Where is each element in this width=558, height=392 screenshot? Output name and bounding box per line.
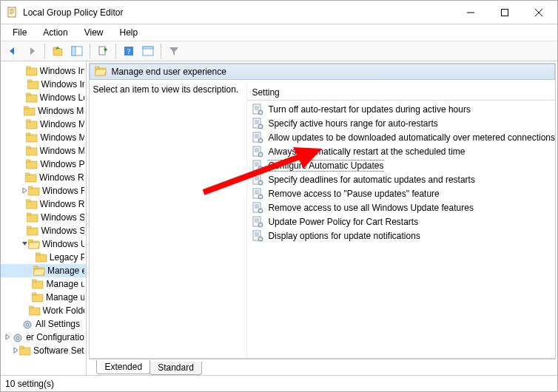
svg-point-105 (260, 196, 261, 197)
folder-icon (26, 119, 38, 129)
chevron-right-icon[interactable] (13, 346, 19, 355)
tab-standard[interactable]: Standard (149, 362, 202, 375)
properties-button[interactable] (139, 42, 157, 60)
list-item-label: Specify deadlines for automatic updates … (268, 175, 475, 185)
tree-item-label: Legacy Policies (50, 252, 85, 263)
tree-item[interactable]: Software Settings (1, 344, 86, 357)
svg-text:?: ? (127, 47, 131, 55)
tree-item[interactable]: Manage updates offered from Windows Serv… (1, 291, 86, 304)
tree-item[interactable]: Work Folders (1, 304, 86, 317)
navigation-tree[interactable]: Windows Ink WorkspaceWindows InstallerWi… (1, 61, 87, 375)
list-item[interactable]: Allow updates to be downloaded automatic… (247, 130, 555, 144)
menu-view[interactable]: View (77, 26, 111, 39)
tree-item[interactable]: Windows Logon Options (1, 91, 86, 104)
list-item[interactable]: Specify active hours range for auto-rest… (247, 116, 555, 130)
svg-point-59 (16, 337, 19, 339)
tree-item[interactable]: Windows Sandbox (1, 211, 86, 224)
tree-item-label: Manage end user experience (47, 266, 85, 276)
tree-item-label: Windows Mobility Center (40, 146, 85, 156)
svg-rect-50 (32, 281, 43, 288)
svg-point-123 (260, 238, 261, 240)
list-item[interactable]: Specify deadlines for automatic updates … (247, 172, 555, 186)
help-button[interactable]: ? (120, 42, 138, 60)
policy-icon (252, 216, 263, 228)
chevron-right-icon[interactable] (21, 186, 28, 195)
toolbar-separator (90, 44, 90, 58)
tab-extended[interactable]: Extended (96, 360, 150, 374)
content-header: Manage end user experience (90, 64, 555, 80)
folder-icon (29, 305, 41, 316)
list-item-label: Turn off auto-restart for updates during… (268, 104, 470, 115)
maximize-button[interactable] (488, 1, 522, 24)
svg-rect-40 (27, 214, 38, 222)
tree-item[interactable]: Windows Media Digital Rights Management (1, 104, 86, 118)
tree-item[interactable]: Windows Security (1, 224, 86, 237)
tree-item[interactable]: All Settings (1, 317, 86, 331)
tree-item[interactable]: Windows Messenger (1, 131, 86, 144)
tree-item[interactable]: Windows PowerShell (1, 158, 86, 171)
tree-item-label: Windows Messenger (40, 132, 84, 143)
tree-item[interactable]: Windows Mobility Center (1, 144, 86, 158)
menu-action[interactable]: Action (36, 26, 75, 39)
show-hide-tree-button[interactable] (68, 42, 86, 60)
list-item[interactable]: Remove access to use all Windows Update … (247, 200, 555, 214)
svg-rect-61 (19, 346, 24, 348)
forward-button[interactable] (23, 42, 41, 60)
list-item[interactable]: Display options for update notifications (247, 229, 555, 243)
list-item-label: Configure Automatic Updates (268, 160, 383, 172)
list-item[interactable]: Configure Automatic Updates (247, 158, 555, 172)
chevron-down-icon[interactable] (21, 240, 28, 249)
svg-rect-31 (26, 146, 30, 149)
svg-rect-18 (26, 68, 37, 75)
back-button[interactable] (4, 42, 21, 60)
menu-help[interactable]: Help (112, 26, 146, 39)
svg-rect-53 (32, 293, 36, 295)
main-area: Windows Ink WorkspaceWindows InstallerWi… (1, 61, 557, 375)
settings-list: Setting Turn off auto-restart for update… (246, 84, 555, 358)
svg-rect-13 (99, 47, 105, 55)
tree-item[interactable]: Windows Ink Workspace (1, 64, 86, 78)
up-button[interactable] (49, 42, 67, 60)
close-button[interactable] (522, 1, 556, 24)
svg-rect-24 (24, 108, 35, 115)
list-item[interactable]: Remove access to "Pause updates" feature (247, 186, 555, 200)
svg-rect-38 (26, 201, 37, 209)
tree-item[interactable]: Windows Update (1, 237, 86, 251)
export-list-button[interactable] (94, 42, 112, 60)
svg-rect-47 (36, 253, 40, 255)
svg-rect-52 (32, 294, 43, 302)
policy-icon (252, 174, 263, 186)
svg-point-87 (260, 154, 261, 155)
tree-item-label: Windows Remote Shell (40, 199, 85, 209)
menu-file[interactable]: File (5, 26, 34, 39)
policy-icon (252, 132, 263, 143)
minimize-button[interactable] (454, 1, 488, 24)
tree-item[interactable]: Windows Reliability Analysis (1, 171, 86, 184)
filter-button[interactable] (165, 42, 183, 60)
svg-rect-2 (10, 10, 14, 11)
tree-item-label: Manage updates offered from Windows Upda… (46, 279, 84, 289)
tree-item[interactable]: Windows Media Player (1, 118, 86, 131)
list-item[interactable]: Update Power Policy for Cart Restarts (247, 214, 555, 229)
svg-rect-12 (72, 47, 75, 55)
folder-icon (26, 159, 38, 169)
folder-icon (32, 292, 44, 303)
list-item-label: Update Power Policy for Cart Restarts (268, 217, 418, 227)
description-hint: Select an item to view its description. (93, 84, 238, 95)
svg-rect-36 (28, 188, 39, 195)
list-item[interactable]: Turn off auto-restart for updates during… (247, 102, 555, 116)
tree-item[interactable]: Windows Installer (1, 78, 86, 91)
svg-point-117 (260, 224, 261, 226)
tree-item[interactable]: Manage end user experience (1, 264, 86, 277)
column-header-setting[interactable]: Setting (247, 84, 555, 101)
svg-rect-34 (25, 175, 36, 182)
tree-item[interactable]: Manage updates offered from Windows Upda… (1, 277, 86, 291)
folder-icon (25, 172, 37, 183)
tree-item[interactable]: Windows Remote Management (WinRM) (1, 184, 86, 197)
svg-rect-60 (19, 348, 30, 355)
tree-item[interactable]: er Configuration (1, 331, 86, 344)
chevron-right-icon[interactable] (4, 333, 12, 342)
tree-item[interactable]: Windows Remote Shell (1, 197, 86, 211)
list-item[interactable]: Always automatically restart at the sche… (247, 144, 555, 158)
tree-item[interactable]: Legacy Policies (1, 251, 86, 264)
